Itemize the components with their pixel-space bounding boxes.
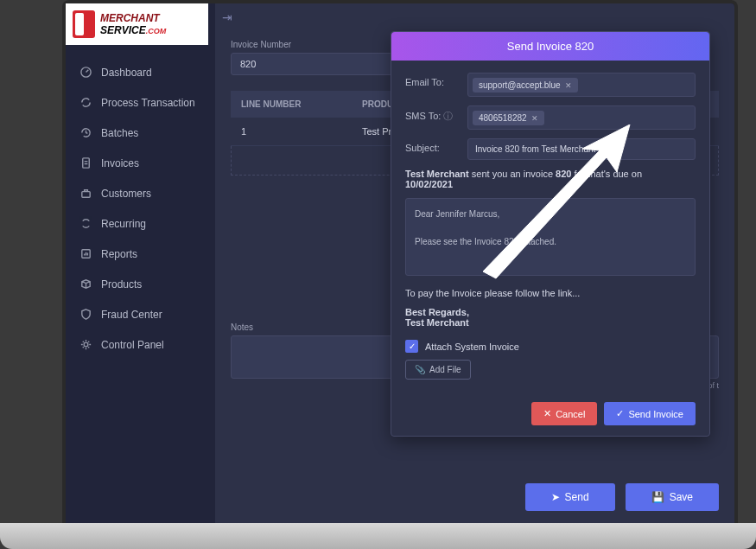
report-icon: [79, 247, 92, 260]
gauge-icon: [79, 66, 92, 79]
briefcase-icon: [79, 187, 92, 200]
invoice-number-input[interactable]: 820: [231, 53, 403, 75]
svg-rect-2: [82, 192, 90, 198]
svg-rect-1: [83, 158, 90, 168]
subject-input[interactable]: [467, 138, 696, 160]
email-to-input[interactable]: support@accept.blue ✕: [467, 73, 696, 97]
send-invoice-label: Send Invoice: [628, 409, 683, 419]
modal-title: Send Invoice 820: [391, 32, 709, 61]
sidebar-label: Products: [101, 278, 142, 290]
sidebar-label: Process Transaction: [101, 97, 195, 109]
sidebar-item-products[interactable]: Products: [66, 269, 215, 299]
check-icon: ✓: [616, 408, 624, 419]
sidebar-item-fraud-center[interactable]: Fraud Center: [66, 299, 215, 329]
sidebar-item-batches[interactable]: Batches: [66, 118, 215, 148]
svg-point-4: [84, 342, 88, 347]
remove-chip-icon[interactable]: ✕: [565, 81, 572, 90]
shield-icon: [79, 308, 92, 321]
sms-to-input[interactable]: 4806518282 ✕: [467, 105, 696, 130]
sms-to-label: SMS To: ⓘ: [405, 105, 467, 123]
sidebar-label: Invoices: [101, 157, 139, 169]
sidebar-label: Customers: [101, 188, 151, 200]
email-to-label: Email To:: [405, 73, 467, 87]
sidebar-item-dashboard[interactable]: Dashboard: [66, 57, 215, 87]
attach-checkbox-label: Attach System Invoice: [425, 342, 519, 352]
logo-suffix: .COM: [146, 27, 167, 35]
close-icon: ✕: [543, 408, 551, 419]
info-icon[interactable]: ⓘ: [443, 111, 453, 121]
email-chip-text: support@accept.blue: [479, 80, 561, 90]
regards-text: Best Regards, Test Merchant: [405, 307, 696, 328]
attach-system-invoice-checkbox[interactable]: ✓: [405, 340, 418, 353]
subject-label: Subject:: [405, 138, 467, 153]
body-line: Please see the Invoice 820 attached.: [415, 235, 686, 249]
gear-icon: [79, 338, 92, 351]
col-header-line-number: LINE NUMBER: [241, 99, 362, 109]
history-icon: [79, 126, 92, 139]
body-greeting: Dear Jennifer Marcus,: [415, 207, 686, 221]
send-icon: ➤: [551, 491, 560, 503]
sidebar: Dashboard Process Transaction Batches In…: [66, 3, 215, 523]
refresh-icon: [79, 96, 92, 109]
sidebar-item-customers[interactable]: Customers: [66, 178, 215, 208]
cell-line-number: 1: [241, 126, 362, 137]
sidebar-item-reports[interactable]: Reports: [66, 239, 215, 269]
sidebar-label: Fraud Center: [101, 309, 162, 321]
logo-icon: [73, 10, 95, 38]
box-icon: [79, 278, 92, 290]
add-file-button[interactable]: 📎 Add File: [405, 360, 471, 380]
sidebar-item-process-transaction[interactable]: Process Transaction: [66, 87, 215, 118]
add-file-label: Add File: [429, 365, 461, 374]
laptop-base: [0, 523, 756, 549]
logo-line1: MERCHANT: [100, 12, 166, 24]
merchant-service-logo: MERCHANT SERVICE.COM: [66, 3, 208, 45]
sms-chip: 4806518282 ✕: [473, 111, 544, 125]
sidebar-label: Dashboard: [101, 67, 152, 79]
sidebar-label: Control Panel: [101, 339, 164, 351]
send-button[interactable]: ➤ Send: [525, 483, 615, 511]
send-invoice-modal: Send Invoice 820 Email To: support@accep…: [391, 31, 710, 437]
document-icon: [79, 156, 92, 169]
invoice-summary-text: Test Merchant sent you an invoice 820 fo…: [405, 169, 696, 189]
sidebar-label: Batches: [101, 127, 138, 139]
sidebar-toggle-icon[interactable]: ⇥: [222, 10, 232, 24]
sidebar-item-recurring[interactable]: Recurring: [66, 208, 215, 239]
main-content: ⇥ Invoice Number 820 LINE NUMBER PRODUCT…: [215, 3, 734, 523]
save-icon: 💾: [651, 491, 664, 503]
cycle-icon: [79, 217, 92, 230]
send-invoice-button[interactable]: ✓ Send Invoice: [604, 402, 696, 425]
cancel-button[interactable]: ✕ Cancel: [531, 402, 597, 425]
send-label: Send: [565, 491, 589, 503]
cancel-label: Cancel: [556, 409, 585, 419]
save-button[interactable]: 💾 Save: [626, 483, 719, 511]
sidebar-item-control-panel[interactable]: Control Panel: [66, 329, 215, 360]
sidebar-label: Recurring: [101, 218, 146, 230]
sidebar-item-invoices[interactable]: Invoices: [66, 148, 215, 178]
message-body-textarea[interactable]: Dear Jennifer Marcus, Please see the Inv…: [405, 198, 696, 276]
logo-line2: SERVICE: [100, 24, 146, 36]
sidebar-label: Reports: [101, 248, 137, 260]
attachment-icon: 📎: [415, 365, 425, 374]
email-chip: support@accept.blue ✕: [473, 78, 578, 93]
remove-chip-icon[interactable]: ✕: [531, 114, 538, 123]
save-label: Save: [670, 491, 693, 503]
sms-chip-text: 4806518282: [479, 113, 527, 123]
pay-link-text: To pay the Invoice please follow the lin…: [405, 288, 696, 298]
